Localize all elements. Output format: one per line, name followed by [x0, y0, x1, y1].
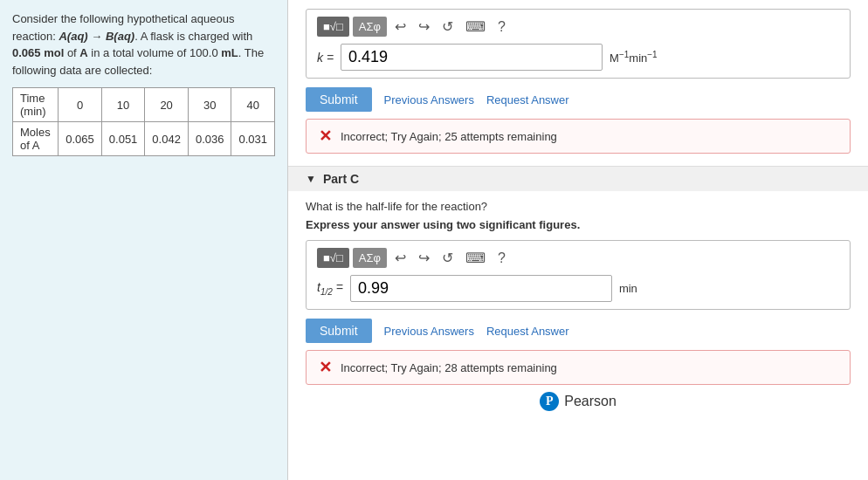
part-c-submit-button[interactable]: Submit	[306, 319, 372, 343]
k-label: k =	[317, 51, 334, 65]
undo-btn[interactable]: ↩	[390, 17, 410, 37]
left-panel: Consider the following hypothetical aque…	[0, 0, 288, 480]
part-c-express: Express your answer using two significan…	[306, 218, 851, 231]
right-panel: ■√□ ΑΣφ ↩ ↪ ↺ ⌨ ? k = M−1min−1 Submit Pr…	[288, 0, 868, 480]
part-c-error-icon: ✕	[319, 358, 332, 377]
part-c-action-row: Submit Previous Answers Request Answer	[306, 319, 851, 343]
part-b-error-text: Incorrect; Try Again; 25 attempts remain…	[341, 130, 557, 143]
t-label: t1/2 =	[317, 280, 343, 297]
pearson-name: Pearson	[564, 394, 617, 409]
time-header: Time (min)	[13, 88, 59, 122]
moles-20: 0.042	[145, 122, 189, 156]
part-c-previous-answers-button[interactable]: Previous Answers	[384, 325, 474, 338]
app-layout: Consider the following hypothetical aque…	[0, 0, 868, 480]
part-b-section: ■√□ ΑΣφ ↩ ↪ ↺ ⌨ ? k = M−1min−1 Submit Pr…	[288, 0, 868, 167]
time-10: 10	[101, 88, 145, 122]
data-table: Time (min) 0 10 20 30 40 Moles of A 0.06…	[12, 87, 275, 156]
moles-10: 0.051	[101, 122, 145, 156]
part-b-action-row: Submit Previous Answers Request Answer	[306, 87, 851, 112]
moles-0: 0.065	[59, 122, 102, 156]
math-btn[interactable]: ■√□	[317, 17, 349, 37]
part-b-error-icon: ✕	[319, 127, 332, 146]
part-b-submit-button[interactable]: Submit	[306, 87, 372, 112]
t-input[interactable]	[350, 275, 612, 302]
part-c-toolbar: ■√□ ΑΣφ ↩ ↪ ↺ ⌨ ?	[317, 248, 839, 268]
part-c-help-btn[interactable]: ?	[493, 248, 510, 268]
part-b-previous-answers-button[interactable]: Previous Answers	[384, 93, 474, 106]
k-input[interactable]	[341, 44, 603, 71]
part-c-request-answer-button[interactable]: Request Answer	[486, 325, 569, 338]
time-20: 20	[145, 88, 189, 122]
part-c-label: Part C	[323, 172, 359, 186]
part-c-question: What is the half-life for the reaction?	[306, 200, 851, 213]
part-c-keyboard-btn[interactable]: ⌨	[461, 248, 490, 268]
keyboard-btn[interactable]: ⌨	[461, 17, 490, 37]
part-c-math-btn[interactable]: ■√□	[317, 248, 349, 268]
part-c-section: ▼ Part C What is the half-life for the r…	[288, 167, 868, 427]
part-b-request-answer-button[interactable]: Request Answer	[486, 93, 569, 106]
time-40: 40	[231, 88, 275, 122]
reset-btn[interactable]: ↺	[437, 17, 458, 37]
part-b-answer-box: ■√□ ΑΣφ ↩ ↪ ↺ ⌨ ? k = M−1min−1	[306, 9, 851, 79]
t-formula-row: t1/2 = min	[317, 275, 839, 302]
part-c-arrow-icon: ▼	[306, 173, 316, 185]
part-c-redo-btn[interactable]: ↪	[414, 248, 434, 268]
part-c-header: ▼ Part C	[288, 167, 868, 191]
pearson-footer: P Pearson	[306, 385, 851, 415]
time-30: 30	[188, 88, 231, 122]
part-c-error-text: Incorrect; Try Again; 28 attempts remain…	[341, 361, 557, 374]
t-unit: min	[619, 282, 637, 295]
moles-40: 0.031	[231, 122, 275, 156]
part-b-error-box: ✕ Incorrect; Try Again; 25 attempts rema…	[306, 119, 851, 154]
time-0: 0	[59, 88, 102, 122]
pearson-logo: P	[540, 392, 559, 411]
part-c-answer-box: ■√□ ΑΣφ ↩ ↪ ↺ ⌨ ? t1/2 = min	[306, 240, 851, 310]
part-b-toolbar: ■√□ ΑΣφ ↩ ↪ ↺ ⌨ ?	[317, 17, 839, 37]
part-c-reset-btn[interactable]: ↺	[437, 248, 458, 268]
moles-30: 0.036	[188, 122, 231, 156]
k-unit: M−1min−1	[610, 50, 658, 65]
k-formula-row: k = M−1min−1	[317, 44, 839, 71]
part-c-symbol-btn[interactable]: ΑΣφ	[353, 248, 387, 268]
part-c-error-box: ✕ Incorrect; Try Again; 28 attempts rema…	[306, 350, 851, 385]
help-btn[interactable]: ?	[493, 17, 510, 37]
part-c-undo-btn[interactable]: ↩	[390, 248, 410, 268]
problem-description: Consider the following hypothetical aque…	[12, 10, 275, 79]
redo-btn[interactable]: ↪	[414, 17, 434, 37]
symbol-btn[interactable]: ΑΣφ	[353, 17, 387, 37]
moles-header: Moles of A	[13, 122, 59, 156]
